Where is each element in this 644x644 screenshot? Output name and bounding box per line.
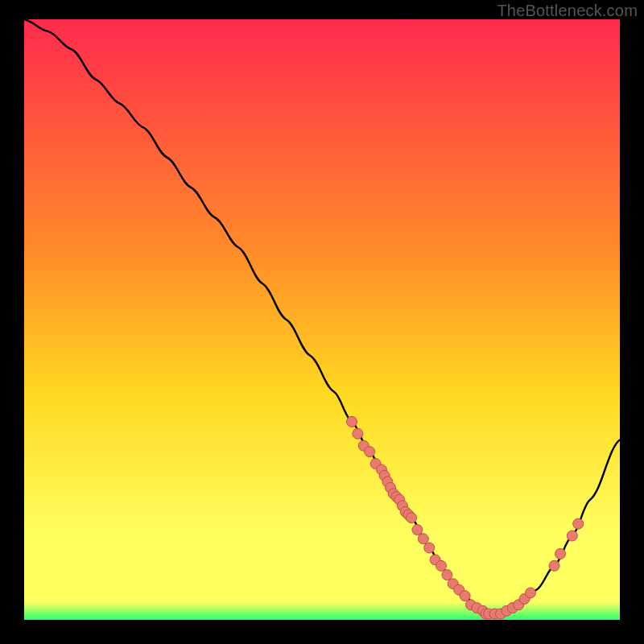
data-dot — [573, 518, 584, 529]
watermark-text: TheBottleneck.com — [497, 2, 638, 20]
gradient-background — [24, 19, 620, 620]
chart-plot-area — [24, 19, 620, 620]
data-dot — [436, 560, 447, 571]
data-dot — [418, 534, 428, 544]
chart-svg — [24, 19, 620, 620]
data-dot — [567, 530, 577, 541]
data-dot — [549, 560, 559, 571]
data-dot — [526, 588, 536, 598]
data-dot — [365, 447, 375, 457]
data-dot — [424, 543, 435, 553]
data-dot — [407, 513, 417, 523]
data-dot — [412, 525, 423, 535]
chart-outer-frame: TheBottleneck.com — [0, 0, 644, 644]
data-dot — [353, 428, 363, 439]
data-dot — [460, 591, 470, 601]
data-dot — [347, 416, 357, 427]
data-dot — [442, 570, 452, 580]
data-dot — [555, 548, 566, 559]
